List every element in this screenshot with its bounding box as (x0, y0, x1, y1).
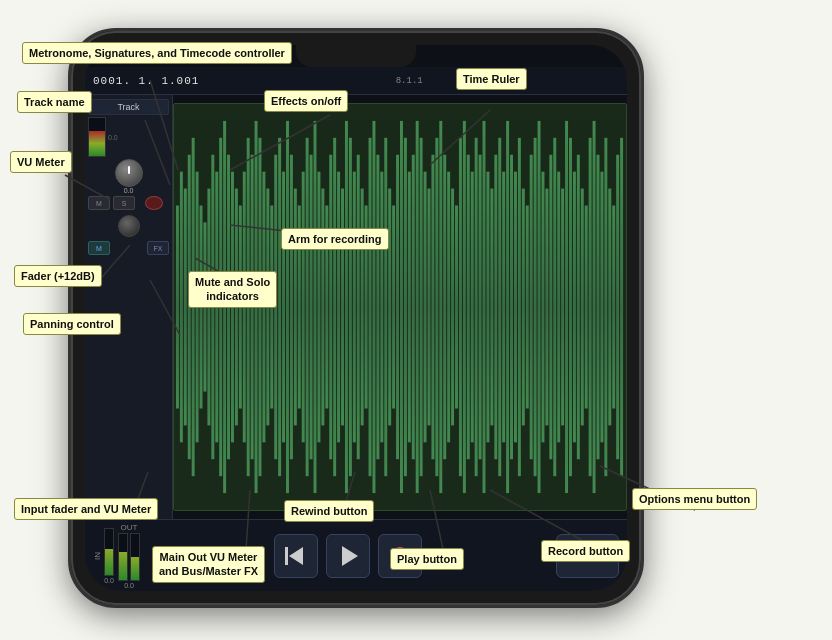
vu-fill (89, 131, 105, 156)
svg-rect-116 (569, 138, 572, 476)
time-ruler-label: 8.1.1 (396, 76, 423, 86)
svg-rect-106 (530, 155, 533, 460)
annotation-play: Play button (390, 548, 464, 570)
svg-rect-99 (502, 172, 505, 443)
svg-rect-102 (514, 172, 517, 443)
svg-rect-55 (329, 155, 332, 460)
input-vu-fill (105, 549, 113, 574)
svg-rect-98 (498, 138, 501, 476)
svg-rect-85 (447, 172, 450, 443)
svg-rect-69 (384, 138, 387, 476)
annotation-panning: Panning control (23, 313, 121, 335)
svg-rect-87 (455, 206, 458, 409)
svg-rect-92 (475, 138, 478, 476)
annotation-mute-solo: Mute and Solo indicators (188, 271, 277, 308)
svg-rect-43 (282, 172, 285, 443)
input-fader-section: IN 0.0 (93, 528, 114, 584)
svg-rect-127 (612, 206, 615, 409)
svg-rect-90 (467, 155, 470, 460)
svg-rect-91 (471, 172, 474, 443)
solo-button[interactable]: S (113, 196, 135, 210)
annotation-main-out: Main Out VU Meter and Bus/Master FX (152, 546, 265, 583)
annotation-rewind: Rewind button (284, 500, 374, 522)
svg-rect-100 (506, 121, 509, 493)
svg-rect-89 (463, 121, 466, 493)
annotation-input-fader: Input fader and VU Meter (14, 498, 158, 520)
rewind-icon (289, 547, 303, 565)
svg-rect-68 (380, 172, 383, 443)
vu-meter-row: 0.0 (88, 117, 169, 157)
svg-rect-112 (553, 138, 556, 476)
main-out-value: 0.0 (124, 582, 134, 589)
svg-rect-78 (420, 138, 423, 476)
svg-rect-118 (577, 155, 580, 460)
track-name[interactable]: Track (88, 99, 169, 115)
arm-record-button[interactable] (145, 196, 163, 210)
svg-rect-51 (314, 121, 317, 493)
svg-rect-123 (597, 155, 600, 460)
svg-rect-111 (549, 155, 552, 460)
effects-button[interactable]: FX (147, 241, 169, 255)
svg-rect-114 (561, 189, 564, 426)
svg-rect-67 (376, 155, 379, 460)
play-icon (342, 546, 358, 566)
svg-rect-96 (490, 189, 493, 426)
out-label: OUT (121, 523, 138, 532)
svg-rect-93 (479, 155, 482, 460)
main-out-vu-left (118, 533, 128, 581)
svg-rect-88 (459, 138, 462, 476)
svg-rect-76 (412, 155, 415, 460)
svg-rect-121 (589, 138, 592, 476)
svg-rect-58 (341, 189, 344, 426)
in-label: IN (93, 552, 102, 560)
svg-rect-49 (306, 138, 309, 476)
pan-knob[interactable] (118, 215, 140, 237)
input-vu-meter (104, 528, 114, 576)
mute-button[interactable]: M (88, 196, 110, 210)
svg-rect-94 (483, 121, 486, 493)
svg-rect-42 (278, 138, 281, 476)
svg-rect-77 (416, 121, 419, 493)
svg-rect-60 (349, 138, 352, 476)
fader-value-label: 0.0 (124, 187, 134, 194)
annotation-track-name: Track name (17, 91, 92, 113)
vu-label: 0.0 (108, 134, 118, 141)
svg-rect-79 (424, 172, 427, 443)
svg-rect-48 (302, 172, 305, 443)
svg-rect-46 (294, 189, 297, 426)
svg-rect-16 (176, 206, 179, 409)
annotation-metronome: Metronome, Signatures, and Timecode cont… (22, 42, 292, 64)
svg-rect-72 (396, 155, 399, 460)
fader-knob[interactable] (115, 159, 143, 187)
main-out-vu-fill-l (119, 552, 127, 580)
svg-rect-74 (404, 138, 407, 476)
annotation-record: Record button (541, 540, 630, 562)
main-out-vu-fill-r (131, 557, 139, 580)
svg-rect-65 (369, 138, 372, 476)
svg-rect-124 (600, 172, 603, 443)
svg-rect-110 (545, 189, 548, 426)
svg-rect-52 (317, 172, 320, 443)
svg-rect-50 (310, 155, 313, 460)
annotation-time-ruler: Time Ruler (456, 68, 527, 90)
svg-rect-115 (565, 121, 568, 493)
top-bar: 0001. 1. 1.001 8.1.1 (85, 67, 627, 95)
svg-rect-129 (620, 138, 623, 476)
metronome-button[interactable]: M (88, 241, 110, 255)
annotation-options-menu: Options menu button (632, 488, 757, 510)
main-out-section: OUT 0.0 (118, 523, 140, 589)
svg-rect-71 (392, 206, 395, 409)
rewind-button[interactable] (274, 534, 318, 578)
svg-rect-83 (439, 121, 442, 493)
svg-rect-95 (486, 172, 489, 443)
play-button[interactable] (326, 534, 370, 578)
svg-rect-45 (290, 155, 293, 460)
svg-rect-18 (184, 189, 187, 426)
svg-rect-101 (510, 155, 513, 460)
svg-rect-61 (353, 172, 356, 443)
svg-rect-108 (538, 121, 541, 493)
svg-rect-109 (541, 172, 544, 443)
track-controls: Track 0.0 0.0 M S (85, 95, 173, 519)
svg-rect-62 (357, 155, 360, 460)
svg-rect-70 (388, 189, 391, 426)
